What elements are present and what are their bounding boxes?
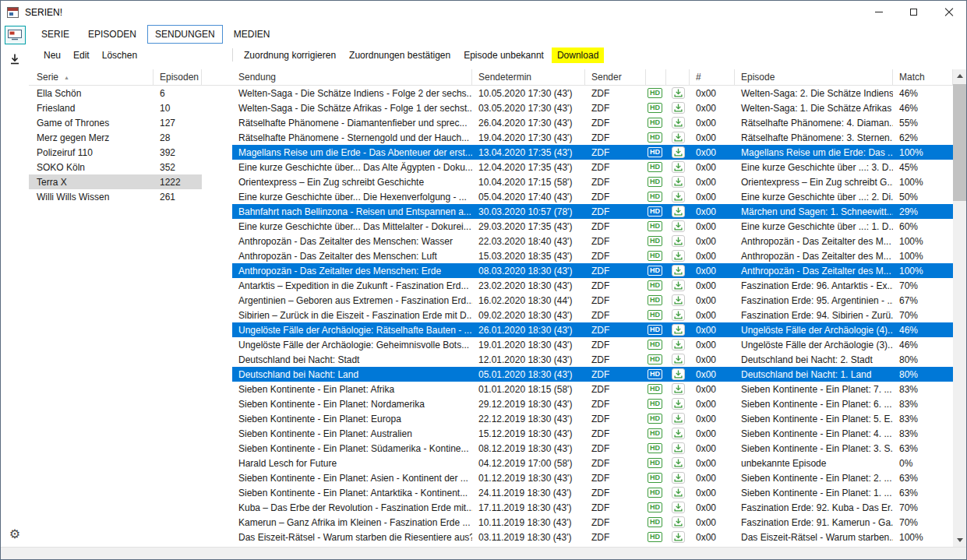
show-row[interactable]: Eine kurze Geschichte über... Das Mittel… (232, 219, 953, 234)
download-icon[interactable] (672, 146, 685, 158)
show-row[interactable]: Kamerun – Ganz Afrika im Kleinen - Faszi… (232, 515, 953, 530)
show-row[interactable]: Orientexpress – Ein Zug schreibt Geschic… (232, 174, 953, 189)
download-icon[interactable] (672, 235, 685, 247)
menu-item-sendungen[interactable]: SENDUNGEN (147, 25, 223, 44)
download-icon[interactable] (672, 250, 685, 262)
download-icon[interactable] (672, 442, 685, 454)
scrollbar-thumb[interactable] (953, 84, 966, 201)
download-icon[interactable] (672, 87, 685, 99)
toolbar-button-edit[interactable]: Edit (68, 48, 95, 63)
column-header-sender[interactable]: Sender (585, 69, 646, 85)
column-header-serie[interactable]: Serie ▲ (29, 69, 154, 85)
maximize-button[interactable] (896, 1, 931, 23)
download-icon[interactable] (672, 206, 685, 217)
show-row[interactable]: Welten-Saga - Die Schätze Afrikas - Folg… (232, 100, 953, 115)
tv-view-toggle-button[interactable] (5, 26, 26, 44)
series-row[interactable]: Polizeiruf 110 392 (29, 145, 202, 160)
download-icon[interactable] (672, 309, 685, 321)
show-row[interactable]: Anthropozän - Das Zeitalter des Menschen… (232, 234, 953, 248)
download-rail-button[interactable] (5, 50, 26, 69)
menu-item-medien[interactable]: MEDIEN (226, 25, 278, 44)
column-header-count[interactable]: # (690, 69, 735, 85)
toolbar-button-download[interactable]: Download (552, 48, 604, 63)
show-row[interactable]: Das Eiszeit-Rätsel - Warum starben die R… (232, 530, 953, 544)
series-row[interactable]: Terra X 1222 (29, 174, 202, 189)
show-row[interactable]: Welten-Saga - Die Schätze Indiens - Folg… (232, 86, 953, 100)
scroll-up-button[interactable] (953, 69, 966, 83)
show-row[interactable]: Sieben Kontinente - Ein Planet: Antarkti… (232, 485, 953, 500)
download-icon[interactable] (672, 487, 685, 498)
scrollbar-track[interactable] (953, 83, 966, 534)
download-icon[interactable] (672, 531, 685, 543)
show-row[interactable]: Ungelöste Fälle der Archäologie: Geheimn… (232, 337, 953, 352)
show-row[interactable]: Harald Lesch for Future 04.12.2019 17:00… (232, 456, 953, 470)
series-row[interactable]: Willi Wills Wissen 261 (29, 189, 202, 204)
download-icon[interactable] (672, 398, 685, 410)
show-row[interactable]: Kuba – Das Erbe der Revolution - Faszina… (232, 500, 953, 515)
toolbar-button-episode-unbekannt[interactable]: Episode unbekannt (458, 48, 549, 63)
show-row[interactable]: Antarktis – Expedition in die Zukunft - … (232, 278, 953, 293)
menu-item-episoden[interactable]: EPISODEN (80, 25, 144, 44)
show-row[interactable]: Sieben Kontinente - Ein Planet: Asien - … (232, 470, 953, 485)
series-row[interactable]: Ella Schön 6 (29, 86, 202, 100)
toolbar-button-neu[interactable]: Neu (38, 48, 66, 63)
download-icon[interactable] (672, 383, 685, 395)
column-header-sendetermin[interactable]: Sendetermin (472, 69, 585, 85)
download-icon[interactable] (672, 102, 685, 114)
show-row[interactable]: Deutschland bei Nacht: Stadt 12.01.2020 … (232, 352, 953, 367)
download-icon[interactable] (672, 220, 685, 232)
show-row[interactable]: Magellans Reise um die Erde - Das Abente… (232, 145, 953, 160)
download-icon[interactable] (672, 516, 685, 528)
column-header-download[interactable] (666, 69, 690, 85)
show-row[interactable]: Eine kurze Geschichte über... Die Hexenv… (232, 189, 953, 204)
menu-item-serie[interactable]: SERIE (34, 25, 77, 44)
settings-button[interactable]: ⚙ (9, 528, 20, 541)
close-button[interactable] (931, 1, 966, 23)
show-row[interactable]: Argentinien – Geboren aus Extremen - Fas… (232, 293, 953, 308)
show-row[interactable]: Sieben Kontinente - Ein Planet: Südameri… (232, 441, 953, 456)
download-icon[interactable] (672, 472, 685, 484)
toolbar-button-zuordnungen-bestatigen[interactable]: Zuordnungen bestätigen (344, 48, 456, 63)
series-row[interactable]: Game of Thrones 127 (29, 115, 202, 130)
column-header-sendung[interactable]: Sendung (232, 69, 472, 85)
download-icon[interactable] (672, 265, 685, 276)
download-icon[interactable] (672, 502, 685, 513)
show-row[interactable]: Anthropozän - Das Zeitalter des Menschen… (232, 248, 953, 263)
download-icon[interactable] (672, 428, 685, 439)
download-icon[interactable] (672, 117, 685, 129)
minimize-button[interactable] (861, 1, 896, 23)
show-row[interactable]: Ungelöste Fälle der Archäologie: Rätselh… (232, 322, 953, 337)
download-icon[interactable] (672, 191, 685, 203)
show-row[interactable]: Sieben Kontinente - Ein Planet: Nordamer… (232, 396, 953, 411)
download-icon[interactable] (672, 324, 685, 336)
show-row[interactable]: Sieben Kontinente - Ein Planet: Europa 2… (232, 411, 953, 426)
show-row[interactable]: Rätselhafte Phänomene - Diamantenfieber … (232, 115, 953, 130)
column-header-match[interactable]: Match (893, 69, 953, 85)
series-row[interactable]: Friesland 10 (29, 100, 202, 115)
scroll-down-button[interactable] (953, 534, 966, 547)
download-icon[interactable] (672, 368, 685, 380)
toolbar-button-zuordnung-korrigieren[interactable]: Zuordnung korrigieren (238, 48, 341, 63)
download-icon[interactable] (672, 294, 685, 306)
download-icon[interactable] (672, 176, 685, 188)
series-row[interactable]: Merz gegen Merz 28 (29, 130, 202, 145)
show-row[interactable]: Deutschland bei Nacht: Land 05.01.2020 1… (232, 367, 953, 382)
column-header-episode[interactable]: Episode (735, 69, 893, 85)
show-row[interactable]: Rätselhafte Phänomene - Sternengold und … (232, 130, 953, 145)
download-icon[interactable] (672, 457, 685, 469)
show-row[interactable]: Eine kurze Geschichte über... Das Alte Ä… (232, 160, 953, 174)
download-icon[interactable] (672, 161, 685, 173)
column-header-episoden[interactable]: Episoden (154, 69, 202, 85)
download-icon[interactable] (672, 339, 685, 350)
download-icon[interactable] (672, 280, 685, 291)
vertical-scrollbar[interactable] (953, 69, 966, 547)
series-row[interactable]: SOKO Köln 352 (29, 160, 202, 174)
show-row[interactable]: Bahnfahrt nach Bellinzona - Reisen und E… (232, 204, 953, 219)
download-icon[interactable] (672, 413, 685, 424)
show-row[interactable]: Anthropozän - Das Zeitalter des Menschen… (232, 263, 953, 278)
show-row[interactable]: Sibirien – Zurück in die Eiszeit - Faszi… (232, 308, 953, 322)
download-icon[interactable] (672, 132, 685, 143)
toolbar-button-loschen[interactable]: Löschen (97, 48, 143, 63)
show-row[interactable]: Sieben Kontinente - Ein Planet: Australi… (232, 426, 953, 441)
show-row[interactable]: Sieben Kontinente - Ein Planet: Afrika 0… (232, 382, 953, 396)
